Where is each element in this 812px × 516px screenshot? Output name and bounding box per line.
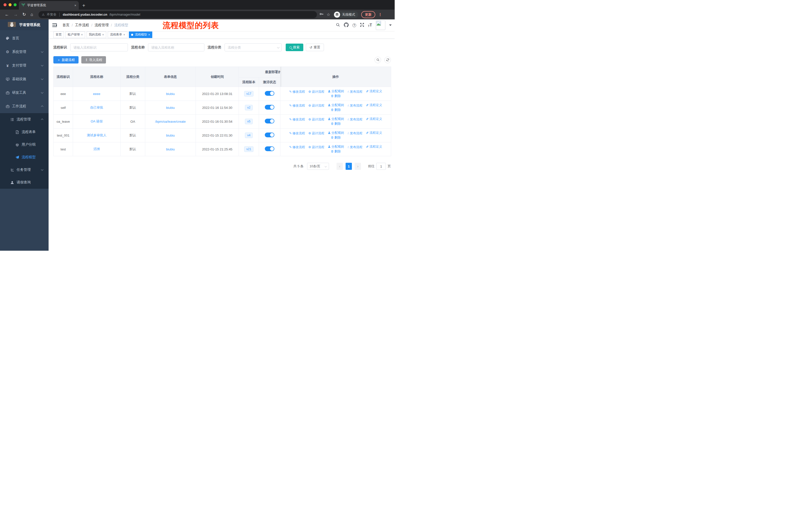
reset-button[interactable]: ↺重置 xyxy=(306,44,324,51)
process-name-link[interactable]: eeee xyxy=(93,92,100,96)
breadcrumb-item[interactable]: 流程模型 xyxy=(114,23,128,27)
process-name-link[interactable]: 测试多审批人 xyxy=(87,133,107,137)
forward-icon[interactable]: → xyxy=(13,12,18,17)
sidebar-item-流程模型[interactable]: 流程模型 xyxy=(0,151,49,164)
action-修改流程[interactable]: ✎修改流程 xyxy=(289,90,305,94)
not-secure-label[interactable]: 不安全 xyxy=(47,12,56,17)
page-number-1[interactable]: 1 xyxy=(346,163,352,170)
chevron-down-icon[interactable] xyxy=(389,24,392,26)
breadcrumb[interactable]: 首页/工作流程/流程管理/流程模型 xyxy=(62,23,128,27)
search-button[interactable]: 搜索 xyxy=(286,44,303,51)
action-分配规则[interactable]: 分配规则 xyxy=(328,89,344,93)
action-分配规则[interactable]: 分配规则 xyxy=(328,103,344,107)
import-process-button[interactable]: ↥导入流程 xyxy=(81,56,106,63)
action-流程定义[interactable]: 流程定义 xyxy=(366,103,382,107)
action-删除[interactable]: 删除 xyxy=(331,122,341,126)
action-流程定义[interactable]: 流程定义 xyxy=(366,145,382,149)
sidebar-item-工作流程[interactable]: 工作流程 xyxy=(0,100,49,113)
action-设计流程[interactable]: ⚙设计流程 xyxy=(308,117,324,122)
tab-流程模型[interactable]: 流程模型× xyxy=(129,31,152,38)
tab-close-icon[interactable]: × xyxy=(74,3,76,7)
action-流程定义[interactable]: 流程定义 xyxy=(366,131,382,135)
form-info-link[interactable]: biubiu xyxy=(166,134,175,137)
action-发布流程[interactable]: ☝发布流程 xyxy=(347,145,362,150)
update-button[interactable]: 更新 xyxy=(361,11,375,18)
form-info-link[interactable]: biubiu xyxy=(166,106,175,110)
process-name-input[interactable] xyxy=(148,43,204,51)
process-category-select-input[interactable] xyxy=(225,43,282,51)
action-设计流程[interactable]: ⚙设计流程 xyxy=(308,145,324,150)
sidebar-item-流程表单[interactable]: 流程表单 xyxy=(0,126,49,138)
process-name-link[interactable]: 自己审批 xyxy=(90,106,103,109)
browser-tab[interactable]: 芋道管理系统 × xyxy=(19,1,79,9)
fullscreen-icon[interactable] xyxy=(360,23,364,28)
form-info-link[interactable]: biubiu xyxy=(166,147,175,151)
close-icon[interactable]: × xyxy=(81,33,83,36)
window-controls[interactable] xyxy=(3,3,17,6)
active-status-toggle[interactable] xyxy=(265,119,274,124)
sidebar-item-首页[interactable]: 首页 xyxy=(0,31,49,45)
reload-icon[interactable]: ↻ xyxy=(22,12,26,17)
sidebar-item-研发工具[interactable]: 研发工具 xyxy=(0,86,49,100)
tab-我的流程[interactable]: 我的流程× xyxy=(87,31,106,38)
create-process-button[interactable]: ＋新建流程 xyxy=(53,56,79,63)
font-size-icon[interactable]: TT xyxy=(368,23,372,27)
key-icon[interactable] xyxy=(319,12,324,17)
goto-page-input[interactable] xyxy=(376,163,386,170)
home-icon[interactable]: ⌂ xyxy=(30,12,33,17)
action-发布流程[interactable]: ☝发布流程 xyxy=(347,117,362,122)
sidebar-item-任务管理[interactable]: 任务管理 xyxy=(0,164,49,176)
active-status-toggle[interactable] xyxy=(265,105,274,110)
action-修改流程[interactable]: ✎修改流程 xyxy=(289,104,305,108)
sidebar-item-系统管理[interactable]: ⚙系统管理 xyxy=(0,45,49,59)
sidebar-item-请假查询[interactable]: 请假查询 xyxy=(0,176,49,189)
refresh-table-button[interactable] xyxy=(384,57,391,63)
action-设计流程[interactable]: ⚙设计流程 xyxy=(308,131,324,136)
close-icon[interactable]: × xyxy=(123,33,125,36)
collapse-sidebar-icon[interactable] xyxy=(52,23,57,27)
action-删除[interactable]: 删除 xyxy=(331,136,341,140)
action-修改流程[interactable]: ✎修改流程 xyxy=(289,117,305,122)
bookmark-star-icon[interactable]: ☆ xyxy=(327,12,330,17)
active-status-toggle[interactable] xyxy=(265,146,274,151)
toggle-search-button[interactable] xyxy=(375,57,381,63)
user-avatar[interactable] xyxy=(376,20,385,30)
breadcrumb-item[interactable]: 首页 xyxy=(62,23,69,27)
search-icon[interactable] xyxy=(336,23,340,28)
action-分配规则[interactable]: 分配规则 xyxy=(328,117,344,121)
page-size-select[interactable]: 10条/页 xyxy=(307,163,329,170)
action-设计流程[interactable]: ⚙设计流程 xyxy=(308,90,324,94)
maximize-window-button[interactable] xyxy=(13,3,17,6)
action-设计流程[interactable]: ⚙设计流程 xyxy=(308,104,324,108)
help-icon[interactable]: ? xyxy=(352,23,356,27)
form-info-link[interactable]: /bpm/oa/leave/create xyxy=(155,120,185,124)
process-id-input[interactable] xyxy=(70,43,128,51)
action-删除[interactable]: 删除 xyxy=(331,94,341,98)
close-window-button[interactable] xyxy=(3,3,6,6)
form-info-link[interactable]: biubiu xyxy=(166,92,175,96)
active-status-toggle[interactable] xyxy=(265,133,274,137)
process-category-select[interactable] xyxy=(225,43,282,51)
breadcrumb-item[interactable]: 工作流程 xyxy=(75,23,89,27)
action-发布流程[interactable]: ☝发布流程 xyxy=(347,104,362,108)
close-icon[interactable]: × xyxy=(102,33,104,36)
process-name-link[interactable]: 滔博 xyxy=(93,147,100,151)
browser-menu-icon[interactable]: ⋮ xyxy=(378,12,382,17)
minimize-window-button[interactable] xyxy=(8,3,11,6)
action-分配规则[interactable]: 分配规则 xyxy=(328,145,344,149)
action-发布流程[interactable]: ☝发布流程 xyxy=(347,131,362,136)
action-修改流程[interactable]: ✎修改流程 xyxy=(289,145,305,150)
tab-首页[interactable]: 首页 xyxy=(53,31,64,38)
next-page-button[interactable]: › xyxy=(355,163,361,170)
action-流程定义[interactable]: 流程定义 xyxy=(366,117,382,121)
address-bar[interactable]: ⚠ 不安全 dashboard.yudao.iocoder.cn/bpm/man… xyxy=(38,11,317,18)
back-icon[interactable]: ← xyxy=(5,12,9,17)
process-name-link[interactable]: OA 请假 xyxy=(91,119,103,123)
action-修改流程[interactable]: ✎修改流程 xyxy=(289,131,305,136)
new-tab-button[interactable]: + xyxy=(82,3,85,8)
active-status-toggle[interactable] xyxy=(265,91,274,96)
action-分配规则[interactable]: 分配规则 xyxy=(328,131,344,135)
breadcrumb-item[interactable]: 流程管理 xyxy=(95,23,109,27)
github-icon[interactable] xyxy=(344,22,349,28)
tab-租户管理[interactable]: 租户管理× xyxy=(65,31,85,38)
